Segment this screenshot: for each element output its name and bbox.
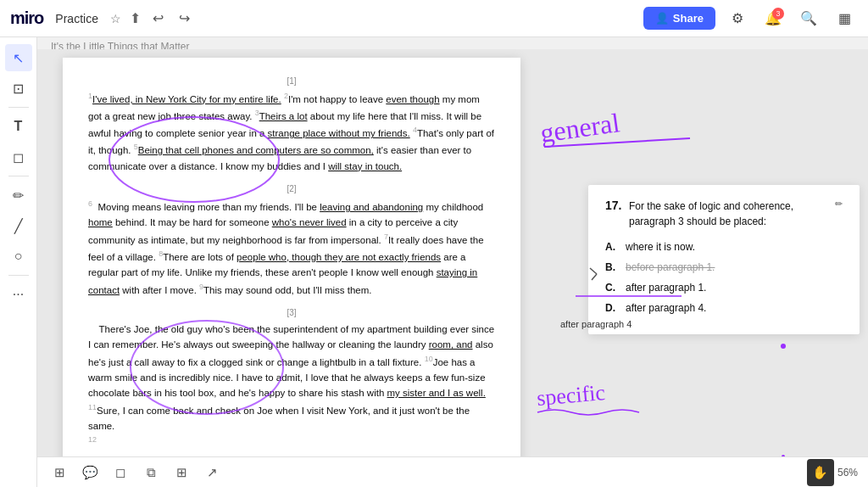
para-num-3: [3] bbox=[88, 306, 495, 320]
topbar: miro Practice ☆ ⬆ ↩ ↪ 👤 Share ⚙ 🔔 3 🔍 ▦ bbox=[0, 0, 868, 37]
doc-title[interactable]: Practice bbox=[55, 12, 98, 25]
settings-icon[interactable]: ⚙ bbox=[724, 5, 751, 32]
option-a-text: where it is now. bbox=[626, 241, 695, 253]
option-d-letter: D. bbox=[605, 302, 619, 314]
option-b[interactable]: B. before paragraph 1. bbox=[605, 260, 843, 275]
left-toolbar: ↖ ⊡ T ◻ ✏ ╱ ○ ··· bbox=[0, 37, 37, 487]
p3-num: 12 bbox=[88, 438, 97, 448]
option-d-text: after paragraph 4. bbox=[626, 302, 706, 314]
option-c-text: after paragraph 1. bbox=[626, 282, 706, 294]
line-tool[interactable]: ╱ bbox=[5, 212, 32, 239]
hand-tool[interactable]: ✋ bbox=[807, 459, 834, 486]
redo-button[interactable]: ↪ bbox=[175, 7, 193, 30]
svg-text:general: general bbox=[538, 107, 621, 148]
canvas-area[interactable]: [1] 1I've lived, in New York City for my… bbox=[37, 49, 868, 456]
question-text: For the sake of logic and coherence, par… bbox=[629, 199, 828, 229]
sent-1: 1I've lived, in New York City for my ent… bbox=[88, 94, 281, 104]
grid-tool[interactable]: ⊞ bbox=[47, 461, 71, 484]
duplicate-tool[interactable]: ⧉ bbox=[139, 461, 163, 484]
question-number: 17. bbox=[605, 199, 622, 212]
frame-tool[interactable]: ◻ bbox=[108, 461, 132, 484]
bottom-toolbar: ⊞ 💬 ◻ ⧉ ⊞ ↗ ✋ 56% bbox=[37, 456, 868, 487]
app-logo: miro bbox=[10, 8, 43, 28]
option-c[interactable]: C. after paragraph 1. bbox=[605, 280, 843, 295]
paragraph-1: [1] 1I've lived, in New York City for my… bbox=[88, 75, 495, 174]
toolbar-divider-2 bbox=[8, 176, 29, 176]
frames-tool[interactable]: ⊡ bbox=[5, 75, 32, 102]
para-num-2: [2] bbox=[88, 182, 495, 196]
pen-tool[interactable]: ✏ bbox=[5, 182, 32, 209]
sent-3: 3Theirs a lot about my life here that I'… bbox=[255, 111, 444, 121]
paragraph-3: [3] There's Joe, the old guy who's been … bbox=[88, 306, 495, 451]
share-people-icon: 👤 bbox=[655, 12, 669, 25]
p2-sent-1: 6 Moving means leaving more than my frie… bbox=[88, 202, 292, 212]
comment-tool[interactable]: 💬 bbox=[78, 461, 102, 484]
svg-text:specific: specific bbox=[536, 380, 606, 411]
pencil-icon[interactable]: ✏ bbox=[835, 199, 843, 210]
paragraph-2: [2] 6 Moving means leaving more than my … bbox=[88, 182, 495, 298]
upload-icon[interactable]: ⬆ bbox=[130, 10, 141, 26]
arrange-tool[interactable]: ⊞ bbox=[170, 461, 193, 484]
notification-icon[interactable]: 🔔 3 bbox=[760, 5, 787, 32]
document-card: [1] 1I've lived, in New York City for my… bbox=[63, 58, 520, 456]
option-b-text: before paragraph 1. bbox=[626, 261, 715, 273]
zoom-controls: ✋ 56% bbox=[807, 459, 858, 486]
sent-7: I know my buddies and I will stay in tou… bbox=[220, 161, 402, 171]
para-num-1: [1] bbox=[88, 75, 495, 88]
option-d[interactable]: D. after paragraph 4. bbox=[605, 300, 843, 316]
text-tool[interactable]: T bbox=[5, 113, 32, 140]
svg-line-3 bbox=[544, 138, 690, 147]
notification-badge: 3 bbox=[772, 8, 784, 20]
option-b-letter: B. bbox=[605, 261, 619, 273]
star-icon[interactable]: ☆ bbox=[110, 12, 121, 25]
p3-sent-5: 11Sure, I can come back and check on Joe… bbox=[88, 406, 470, 431]
share-button[interactable]: 👤 Share bbox=[643, 7, 715, 30]
option-a[interactable]: A. where it is now. bbox=[605, 239, 843, 255]
toolbar-divider-3 bbox=[8, 275, 29, 276]
shapes-tool[interactable]: ○ bbox=[5, 243, 32, 270]
select-tool[interactable]: ↖ bbox=[5, 44, 32, 71]
arrow-tool[interactable]: ↗ bbox=[200, 461, 224, 484]
option-a-letter: A. bbox=[605, 241, 619, 253]
share-label: Share bbox=[673, 12, 704, 25]
sticky-note-tool[interactable]: ◻ bbox=[5, 143, 32, 171]
search-icon[interactable]: 🔍 bbox=[795, 5, 822, 32]
grid-view-icon[interactable]: ▦ bbox=[831, 5, 858, 32]
option-c-letter: C. bbox=[605, 282, 619, 294]
undo-button[interactable]: ↩ bbox=[149, 7, 167, 30]
more-tools[interactable]: ··· bbox=[5, 281, 32, 308]
p2-sent-7: 9This may sound odd, but I'll miss them. bbox=[199, 285, 371, 295]
question-card: 17. For the sake of logic and coherence,… bbox=[588, 185, 860, 334]
zoom-level[interactable]: 56% bbox=[837, 467, 858, 479]
question-header: 17. For the sake of logic and coherence,… bbox=[605, 199, 843, 229]
svg-point-6 bbox=[781, 344, 786, 349]
toolbar-divider bbox=[8, 107, 29, 108]
